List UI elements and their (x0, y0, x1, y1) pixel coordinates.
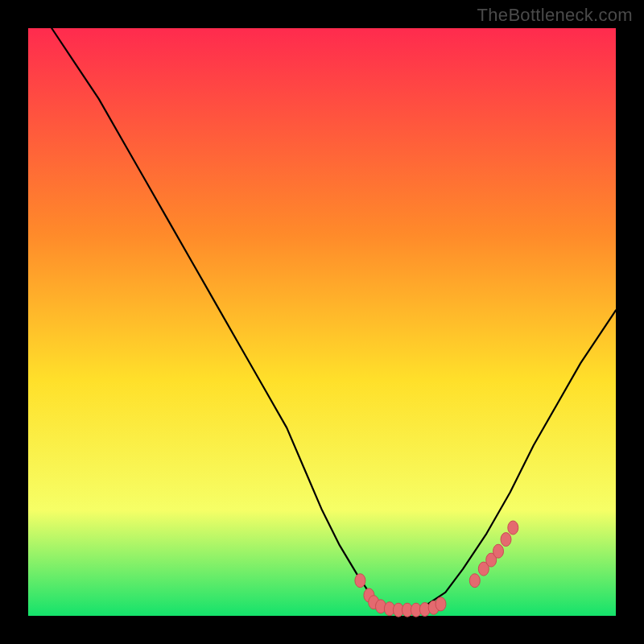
curve-marker (508, 521, 518, 535)
plot-background (28, 28, 616, 616)
chart-container: { "watermark": "TheBottleneck.com", "col… (0, 0, 644, 644)
curve-marker (436, 597, 446, 611)
curve-marker (501, 533, 511, 547)
curve-marker (355, 574, 365, 588)
bottleneck-chart (0, 0, 644, 644)
watermark-text: TheBottleneck.com (477, 5, 633, 26)
curve-marker (469, 574, 480, 588)
curve-marker (493, 544, 504, 558)
